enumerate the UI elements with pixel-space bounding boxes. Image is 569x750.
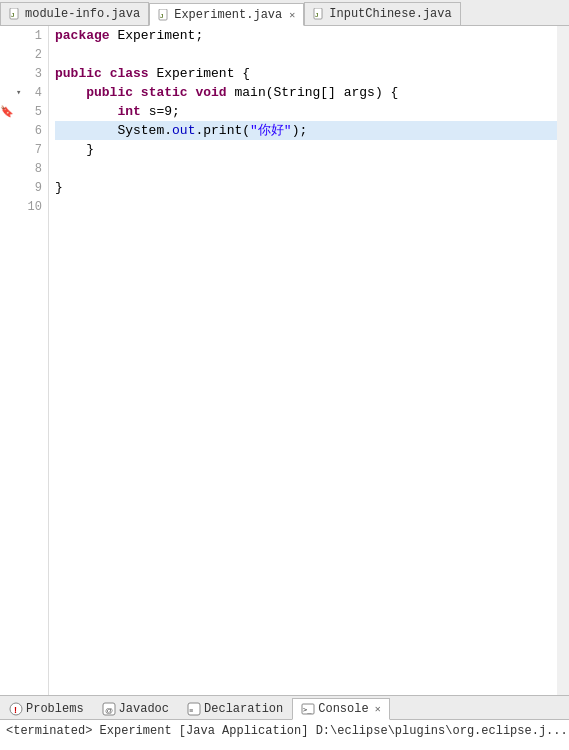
svg-text:≡: ≡ — [189, 707, 193, 714]
svg-text:J: J — [315, 12, 318, 18]
declaration-icon: ≡ — [187, 702, 201, 716]
gutter-mark-2 — [0, 45, 14, 64]
svg-text:!: ! — [14, 705, 17, 715]
vertical-scrollbar[interactable] — [557, 26, 569, 695]
gutter-mark-9 — [0, 178, 14, 197]
code-line-4: public static void main(String[] args) { — [55, 83, 557, 102]
code-line-3: public class Experiment { — [55, 64, 557, 83]
code-line-7: } — [55, 140, 557, 159]
console-output: <terminated> Experiment [Java Applicatio… — [0, 720, 569, 750]
console-text: <terminated> Experiment [Java Applicatio… — [6, 724, 568, 738]
svg-text:>_: >_ — [303, 706, 312, 714]
bottom-panel: ! Problems @ Javadoc ≡ Decla — [0, 695, 569, 750]
tab-bar: J module-info.java J Experiment.java ✕ J… — [0, 0, 569, 26]
gutter-mark-7 — [0, 140, 14, 159]
java-file-icon2: J — [158, 9, 170, 21]
tab-module-info-label: module-info.java — [25, 7, 140, 21]
line-num-4: ▾ 4 — [14, 83, 48, 102]
bottom-tab-declaration[interactable]: ≡ Declaration — [178, 697, 292, 719]
line-num-1: 1 — [14, 26, 48, 45]
line-num-7: 7 — [14, 140, 48, 159]
javadoc-icon: @ — [102, 702, 116, 716]
svg-text:J: J — [160, 13, 163, 19]
gutter-mark-6 — [0, 121, 14, 140]
code-line-10 — [55, 197, 557, 216]
problems-icon: ! — [9, 702, 23, 716]
line-num-6: 6 — [14, 121, 48, 140]
code-line-2 — [55, 45, 557, 64]
code-line-1: package Experiment; — [55, 26, 557, 45]
editor-area: 🔖 1 2 3 ▾ 4 5 6 7 8 9 10 package Experim… — [0, 26, 569, 695]
tab-experiment-close[interactable]: ✕ — [289, 9, 295, 21]
gutter-mark-1 — [0, 26, 14, 45]
bottom-tab-bar: ! Problems @ Javadoc ≡ Decla — [0, 696, 569, 720]
java-file-icon3: J — [313, 8, 325, 20]
line-numbers: 1 2 3 ▾ 4 5 6 7 8 9 10 — [14, 26, 49, 695]
code-line-5: int s=9; — [55, 102, 557, 121]
code-editor[interactable]: package Experiment; public class Experim… — [49, 26, 557, 695]
svg-text:@: @ — [105, 706, 113, 715]
bookmark-icon: 🔖 — [0, 105, 14, 118]
bottom-tab-console[interactable]: >_ Console ✕ — [292, 698, 389, 720]
tab-inputchinese[interactable]: J InputChinese.java — [304, 2, 460, 25]
tab-inputchinese-label: InputChinese.java — [329, 7, 451, 21]
code-line-6: System.out.print("你好"); — [55, 121, 557, 140]
tab-module-info[interactable]: J module-info.java — [0, 2, 149, 25]
console-icon: >_ — [301, 702, 315, 716]
bottom-tab-javadoc-label: Javadoc — [119, 702, 169, 716]
line-num-10: 10 — [14, 197, 48, 216]
line-num-3: 3 — [14, 64, 48, 83]
console-close[interactable]: ✕ — [375, 703, 381, 715]
line-num-5: 5 — [14, 102, 48, 121]
bottom-tab-javadoc[interactable]: @ Javadoc — [93, 697, 178, 719]
code-line-9: } — [55, 178, 557, 197]
bottom-tab-problems-label: Problems — [26, 702, 84, 716]
gutter-mark-8 — [0, 159, 14, 178]
gutter-mark-4 — [0, 83, 14, 102]
bottom-tab-declaration-label: Declaration — [204, 702, 283, 716]
fold-icon[interactable]: ▾ — [16, 87, 21, 98]
svg-text:J: J — [11, 12, 14, 18]
tab-experiment[interactable]: J Experiment.java ✕ — [149, 3, 304, 26]
java-file-icon: J — [9, 8, 21, 20]
gutter-mark-10 — [0, 197, 14, 216]
tab-experiment-label: Experiment.java — [174, 8, 282, 22]
gutter-markers: 🔖 — [0, 26, 14, 695]
gutter-mark-5: 🔖 — [0, 102, 14, 121]
code-line-8 — [55, 159, 557, 178]
line-num-8: 8 — [14, 159, 48, 178]
bottom-tab-console-label: Console — [318, 702, 368, 716]
gutter-mark-3 — [0, 64, 14, 83]
bottom-tab-problems[interactable]: ! Problems — [0, 697, 93, 719]
line-num-9: 9 — [14, 178, 48, 197]
line-num-2: 2 — [14, 45, 48, 64]
